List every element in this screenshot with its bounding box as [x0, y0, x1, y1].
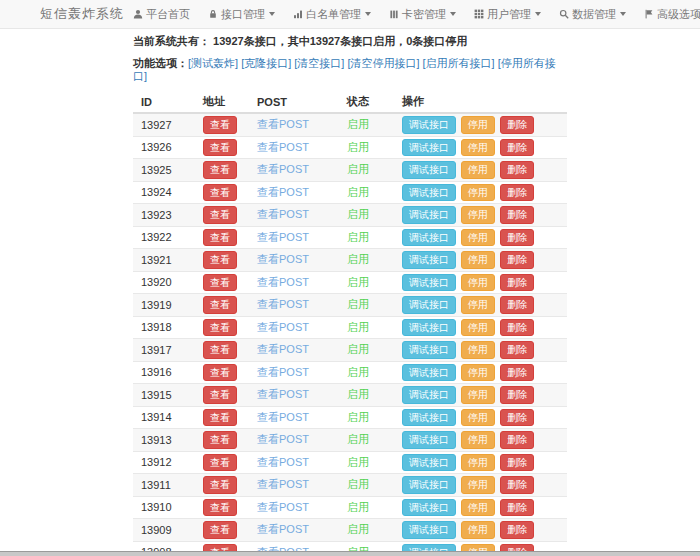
disable-button[interactable]: 停用 — [461, 296, 495, 314]
debug-interface-button[interactable]: 调试接口 — [402, 364, 456, 382]
debug-interface-button[interactable]: 调试接口 — [402, 139, 456, 157]
disable-button[interactable]: 停用 — [461, 274, 495, 292]
nav-item-5[interactable]: 用户管理 — [465, 0, 550, 29]
view-post-link[interactable]: 查看POST — [257, 253, 309, 265]
disable-button[interactable]: 停用 — [461, 521, 495, 539]
disable-button[interactable]: 停用 — [461, 409, 495, 427]
view-address-button[interactable]: 查看 — [203, 431, 237, 449]
disable-button[interactable]: 停用 — [461, 341, 495, 359]
debug-interface-button[interactable]: 调试接口 — [402, 319, 456, 337]
delete-button[interactable]: 删除 — [500, 251, 534, 269]
delete-button[interactable]: 删除 — [500, 386, 534, 404]
debug-interface-button[interactable]: 调试接口 — [402, 161, 456, 179]
debug-interface-button[interactable]: 调试接口 — [402, 206, 456, 224]
disable-button[interactable]: 停用 — [461, 454, 495, 472]
disable-button[interactable]: 停用 — [461, 206, 495, 224]
disable-button[interactable]: 停用 — [461, 364, 495, 382]
disable-button[interactable]: 停用 — [461, 386, 495, 404]
debug-interface-button[interactable]: 调试接口 — [402, 296, 456, 314]
disable-button[interactable]: 停用 — [461, 319, 495, 337]
delete-button[interactable]: 删除 — [500, 319, 534, 337]
option-link-3[interactable]: [清空接口] — [294, 57, 344, 69]
option-link-5[interactable]: [启用所有接口] — [423, 57, 495, 69]
nav-item-2[interactable]: 接口管理 — [199, 0, 284, 29]
debug-interface-button[interactable]: 调试接口 — [402, 341, 456, 359]
nav-item-1[interactable]: 平台首页 — [124, 0, 199, 29]
view-post-link[interactable]: 查看POST — [257, 478, 309, 490]
view-post-link[interactable]: 查看POST — [257, 343, 309, 355]
nav-item-6[interactable]: 数据管理 — [550, 0, 635, 29]
disable-button[interactable]: 停用 — [461, 116, 495, 134]
disable-button[interactable]: 停用 — [461, 184, 495, 202]
nav-item-4[interactable]: 卡密管理 — [380, 0, 465, 29]
view-post-link[interactable]: 查看POST — [257, 208, 309, 220]
debug-interface-button[interactable]: 调试接口 — [402, 499, 456, 517]
view-address-button[interactable]: 查看 — [203, 386, 237, 404]
delete-button[interactable]: 删除 — [500, 296, 534, 314]
delete-button[interactable]: 删除 — [500, 521, 534, 539]
delete-button[interactable]: 删除 — [500, 364, 534, 382]
view-post-link[interactable]: 查看POST — [257, 501, 309, 513]
view-post-link[interactable]: 查看POST — [257, 298, 309, 310]
debug-interface-button[interactable]: 调试接口 — [402, 251, 456, 269]
delete-button[interactable]: 删除 — [500, 184, 534, 202]
view-address-button[interactable]: 查看 — [203, 409, 237, 427]
debug-interface-button[interactable]: 调试接口 — [402, 454, 456, 472]
view-address-button[interactable]: 查看 — [203, 364, 237, 382]
view-address-button[interactable]: 查看 — [203, 139, 237, 157]
debug-interface-button[interactable]: 调试接口 — [402, 184, 456, 202]
debug-interface-button[interactable]: 调试接口 — [402, 386, 456, 404]
debug-interface-button[interactable]: 调试接口 — [402, 274, 456, 292]
debug-interface-button[interactable]: 调试接口 — [402, 409, 456, 427]
view-post-link[interactable]: 查看POST — [257, 186, 309, 198]
view-post-link[interactable]: 查看POST — [257, 456, 309, 468]
app-title[interactable]: 短信轰炸系统 — [40, 5, 124, 23]
view-address-button[interactable]: 查看 — [203, 296, 237, 314]
view-post-link[interactable]: 查看POST — [257, 141, 309, 153]
disable-button[interactable]: 停用 — [461, 139, 495, 157]
delete-button[interactable]: 删除 — [500, 431, 534, 449]
debug-interface-button[interactable]: 调试接口 — [402, 229, 456, 247]
option-link-4[interactable]: [清空停用接口] — [347, 57, 419, 69]
nav-item-3[interactable]: 白名单管理 — [284, 0, 380, 29]
delete-button[interactable]: 删除 — [500, 499, 534, 517]
delete-button[interactable]: 删除 — [500, 139, 534, 157]
disable-button[interactable]: 停用 — [461, 431, 495, 449]
view-address-button[interactable]: 查看 — [203, 184, 237, 202]
view-post-link[interactable]: 查看POST — [257, 366, 309, 378]
view-post-link[interactable]: 查看POST — [257, 231, 309, 243]
view-address-button[interactable]: 查看 — [203, 341, 237, 359]
debug-interface-button[interactable]: 调试接口 — [402, 521, 456, 539]
view-address-button[interactable]: 查看 — [203, 274, 237, 292]
delete-button[interactable]: 删除 — [500, 341, 534, 359]
view-address-button[interactable]: 查看 — [203, 319, 237, 337]
view-address-button[interactable]: 查看 — [203, 229, 237, 247]
nav-item-7[interactable]: 高级选项 — [635, 0, 700, 29]
disable-button[interactable]: 停用 — [461, 229, 495, 247]
view-address-button[interactable]: 查看 — [203, 251, 237, 269]
horizontal-scrollbar[interactable] — [0, 551, 700, 556]
view-post-link[interactable]: 查看POST — [257, 276, 309, 288]
option-link-2[interactable]: [克隆接口] — [241, 57, 291, 69]
view-post-link[interactable]: 查看POST — [257, 523, 309, 535]
view-post-link[interactable]: 查看POST — [257, 163, 309, 175]
view-post-link[interactable]: 查看POST — [257, 321, 309, 333]
view-address-button[interactable]: 查看 — [203, 116, 237, 134]
disable-button[interactable]: 停用 — [461, 476, 495, 494]
view-address-button[interactable]: 查看 — [203, 454, 237, 472]
view-address-button[interactable]: 查看 — [203, 476, 237, 494]
delete-button[interactable]: 删除 — [500, 229, 534, 247]
view-post-link[interactable]: 查看POST — [257, 411, 309, 423]
delete-button[interactable]: 删除 — [500, 274, 534, 292]
delete-button[interactable]: 删除 — [500, 206, 534, 224]
view-address-button[interactable]: 查看 — [203, 499, 237, 517]
view-post-link[interactable]: 查看POST — [257, 388, 309, 400]
delete-button[interactable]: 删除 — [500, 116, 534, 134]
disable-button[interactable]: 停用 — [461, 161, 495, 179]
option-link-1[interactable]: [测试轰炸] — [188, 57, 238, 69]
view-address-button[interactable]: 查看 — [203, 206, 237, 224]
delete-button[interactable]: 删除 — [500, 476, 534, 494]
disable-button[interactable]: 停用 — [461, 499, 495, 517]
debug-interface-button[interactable]: 调试接口 — [402, 431, 456, 449]
view-post-link[interactable]: 查看POST — [257, 118, 309, 130]
